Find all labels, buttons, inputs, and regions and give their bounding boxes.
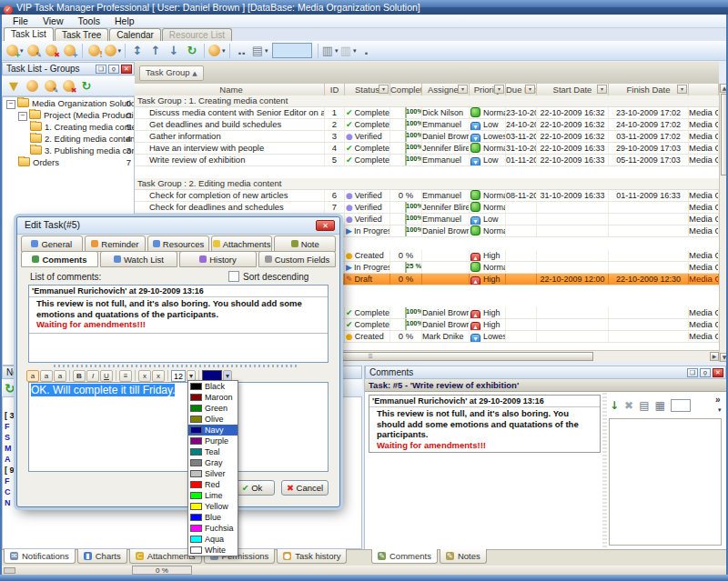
more-button[interactable]: . bbox=[359, 43, 375, 59]
bottom-tab-comments[interactable]: ✎Comments bbox=[371, 549, 438, 564]
subscript-button[interactable]: x bbox=[138, 370, 151, 382]
task-row[interactable]: Write review of exhibition5✔Completed100… bbox=[135, 155, 719, 166]
task-actions-button[interactable]: ▾ bbox=[105, 43, 122, 59]
menu-tools[interactable]: Tools bbox=[71, 15, 108, 26]
new-group-button[interactable] bbox=[24, 78, 40, 95]
chevron-down-icon[interactable]: ▾ bbox=[718, 406, 722, 414]
dialog-tab-resources[interactable]: Resources bbox=[147, 235, 209, 252]
close-icon[interactable]: ✕ bbox=[121, 65, 132, 74]
group-header-row[interactable]: Task Group : 2. Editing media content bbox=[135, 178, 719, 190]
bottom-tab-notifications[interactable]: ✉Notifications bbox=[4, 549, 76, 564]
move-down-button[interactable]: ↓ bbox=[166, 43, 182, 59]
filter-dropdown-icon[interactable]: ▾ bbox=[458, 85, 468, 94]
dialog-tab-attachments[interactable]: Attachments bbox=[211, 235, 273, 252]
delete-task-button[interactable]: ✖ bbox=[44, 43, 60, 59]
splitter-dots[interactable] bbox=[54, 365, 299, 367]
task-row[interactable]: Gather information3●Verified100%Daniel B… bbox=[135, 131, 719, 143]
color-option-yellow[interactable]: Yellow bbox=[188, 501, 238, 512]
underline-button[interactable]: U bbox=[100, 370, 113, 382]
color-option-gray[interactable]: Gray bbox=[188, 457, 238, 468]
color-option-maroon[interactable]: Maroon bbox=[188, 392, 238, 403]
dialog-tab-comments[interactable]: Comments bbox=[21, 251, 98, 267]
align-center-button[interactable]: a bbox=[40, 370, 53, 382]
new-comment-area[interactable] bbox=[609, 418, 722, 546]
color-option-white[interactable]: White bbox=[188, 545, 238, 556]
new-task-button[interactable]: +▾ bbox=[6, 43, 24, 59]
tree-item-3-publishing-media-conte[interactable]: 3. Publishing media conte3 bbox=[3, 145, 134, 156]
dialog-tab-watch-list[interactable]: Watch List bbox=[100, 251, 177, 267]
report-button[interactable]: ▤▾ bbox=[252, 43, 268, 59]
filter-button[interactable]: ▼ bbox=[5, 78, 22, 95]
print-preview-icon[interactable]: ▦ bbox=[654, 399, 664, 412]
color-option-black[interactable]: Black bbox=[188, 381, 238, 392]
tree-item-2-editing-media-content[interactable]: 2. Editing media content4 bbox=[3, 133, 134, 145]
panel-window-icon[interactable]: ❏ bbox=[687, 368, 698, 377]
color-option-navy[interactable]: Navy bbox=[188, 425, 238, 436]
column-header-priority[interactable]: Priority▾ bbox=[470, 84, 506, 95]
pin-icon[interactable]: ϙ bbox=[108, 65, 119, 74]
color-option-green[interactable]: Green bbox=[188, 403, 238, 414]
dialog-tab-custom-fields[interactable]: Custom Fields bbox=[258, 251, 336, 267]
column-header-project[interactable] bbox=[689, 84, 719, 95]
column-header-name[interactable]: Name bbox=[138, 84, 325, 95]
dialog-tab-general[interactable]: General bbox=[21, 235, 83, 252]
expander-icon[interactable]: − bbox=[18, 112, 27, 121]
tree-item-1-creating-media-conten[interactable]: 1. Creating media conten5 bbox=[3, 121, 134, 133]
tab-calendar[interactable]: Calendar bbox=[109, 28, 161, 41]
color-option-red[interactable]: Red bbox=[188, 479, 238, 490]
refresh-button[interactable]: ↻ bbox=[78, 78, 95, 95]
close-icon[interactable]: ✕ bbox=[713, 368, 723, 377]
menu-file[interactable]: File bbox=[5, 15, 35, 26]
group-by-button[interactable]: Task Group ▲ bbox=[139, 65, 204, 81]
bullet-list-button[interactable]: ≡ bbox=[119, 370, 132, 382]
edit-task-button[interactable]: ✎ bbox=[25, 43, 42, 59]
post-comment-icon[interactable]: ↓ bbox=[610, 399, 619, 412]
dialog-tab-history[interactable]: History bbox=[179, 251, 257, 267]
delete-comment-icon[interactable]: ✖ bbox=[624, 399, 633, 412]
checkbox-icon[interactable] bbox=[228, 271, 239, 282]
cancel-button[interactable]: ✖ Cancel bbox=[281, 480, 329, 496]
tree-item-media-organization-solut[interactable]: −Media Organization Solution0 bbox=[3, 97, 134, 109]
tree-item-orders[interactable]: Orders7 bbox=[3, 156, 134, 168]
comment-editor[interactable]: OK. Will complete it till Friday. bbox=[28, 382, 329, 472]
color-option-fuchsia[interactable]: Fuchsia bbox=[188, 523, 238, 534]
find-button[interactable]: ▥▾ bbox=[322, 43, 339, 59]
color-option-silver[interactable]: Silver bbox=[188, 468, 238, 479]
color-option-lime[interactable]: Lime bbox=[188, 490, 238, 501]
color-option-purple[interactable]: Purple bbox=[188, 436, 238, 446]
refresh-icon[interactable]: ↻ bbox=[5, 381, 15, 396]
close-icon[interactable]: ✕ bbox=[316, 220, 335, 231]
task-row[interactable]: Check for deadlines and schedules7●Verif… bbox=[135, 202, 719, 214]
color-option-teal[interactable]: Teal bbox=[188, 446, 238, 457]
italic-button[interactable]: I bbox=[86, 370, 99, 382]
task-row[interactable]: Have an interview with people4✔Completed… bbox=[135, 143, 719, 155]
task-row[interactable]: Discuss media content with Senior Editor… bbox=[135, 107, 719, 119]
expand-all-button[interactable]: ↕ bbox=[129, 43, 146, 59]
tab-task-list[interactable]: Task List bbox=[4, 27, 54, 41]
bottom-tab-notes[interactable]: ✎Notes bbox=[440, 549, 487, 564]
delete-group-button[interactable]: ✖ bbox=[60, 78, 76, 95]
column-header-status[interactable]: Status▾ bbox=[345, 84, 390, 95]
tree-item-project-media-production[interactable]: −Project (Media Production W0 bbox=[3, 109, 134, 121]
color-option-aqua[interactable]: Aqua bbox=[188, 534, 238, 545]
menu-help[interactable]: Help bbox=[107, 15, 142, 26]
pin-icon[interactable]: ϙ bbox=[700, 368, 711, 377]
column-header-complete[interactable]: Complete bbox=[390, 84, 422, 95]
filter-dropdown-icon[interactable]: ▾ bbox=[597, 85, 607, 94]
search-input[interactable] bbox=[272, 43, 312, 58]
duplicate-task-button[interactable]: + bbox=[62, 43, 78, 59]
tab-task-tree[interactable]: Task Tree bbox=[55, 28, 108, 41]
task-row[interactable]: Check for completion of new articles6●Ve… bbox=[135, 190, 719, 202]
print-icon[interactable]: ▤ bbox=[639, 399, 649, 412]
refresh-button[interactable]: ↻ bbox=[184, 43, 200, 59]
filter-dropdown-icon[interactable]: ▾ bbox=[677, 85, 687, 94]
complete-task-button[interactable]: ! bbox=[86, 43, 103, 59]
task-row[interactable]: Get deadlines and build schedules2✔Compl… bbox=[135, 119, 719, 131]
color-option-blue[interactable]: Blue bbox=[188, 512, 238, 523]
sort-descending-checkbox[interactable]: Sort descending bbox=[228, 271, 308, 282]
dialog-tab-note[interactable]: Note bbox=[274, 235, 336, 252]
filter-dropdown-icon[interactable]: ▾ bbox=[525, 85, 535, 94]
move-up-button[interactable]: ↑ bbox=[147, 43, 164, 59]
color-option-olive[interactable]: Olive bbox=[188, 414, 238, 425]
font-size-select[interactable]: 12 bbox=[171, 370, 186, 382]
